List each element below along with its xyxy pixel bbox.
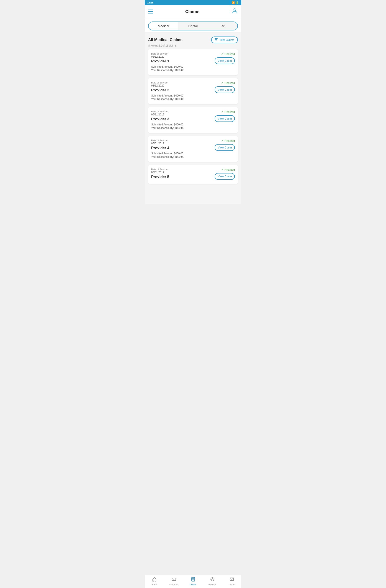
status-label-4: Finalized <box>224 139 235 142</box>
filter-claims-label: Filter Claims <box>219 38 234 42</box>
date-label-5: Date of Service <box>151 168 211 171</box>
status-label-2: Finalized <box>224 82 235 84</box>
finalized-badge-1: ✓ Finalized <box>221 52 235 56</box>
claim-right-3: ✓ Finalized View Claim <box>211 110 235 122</box>
responsibility-2: Your Responsibility: $000.00 <box>151 98 211 101</box>
date-label-3: Date of Service <box>151 110 211 113</box>
view-claim-button-3[interactable]: View Claim <box>215 115 235 122</box>
date-label-2: Date of Service <box>151 81 211 84</box>
date-value-4: 05/01/2019 <box>151 142 211 145</box>
claim-left-5: Date of Service 05/01/2019 Provider 5 <box>151 168 211 181</box>
date-value-2: 03/12/2020 <box>151 84 211 87</box>
check-icon-3: ✓ <box>221 110 223 113</box>
check-icon-1: ✓ <box>221 52 223 56</box>
status-label-1: Finalized <box>224 53 235 56</box>
date-value-1: 03/12/2020 <box>151 55 211 58</box>
responsibility-4: Your Responsibility: $000.00 <box>151 155 211 158</box>
phone-frame: 15:25 📶 🔋 Claims Medical Dental Rx <box>145 0 241 204</box>
submitted-amount-2: Submitted Amount: $000.00 <box>151 94 211 97</box>
check-icon-5: ✓ <box>221 168 223 171</box>
view-claim-button-4[interactable]: View Claim <box>215 144 235 151</box>
finalized-badge-5: ✓ Finalized <box>221 168 235 171</box>
view-claim-button-1[interactable]: View Claim <box>215 57 235 64</box>
date-value-3: 05/11/2019 <box>151 113 211 116</box>
section-title: All Medical Claims <box>148 38 183 42</box>
provider-name-4: Provider 4 <box>151 146 211 150</box>
responsibility-3: Your Responsibility: $000.00 <box>151 126 211 129</box>
provider-name-2: Provider 2 <box>151 88 211 92</box>
claim-right-1: ✓ Finalized View Claim <box>211 52 235 64</box>
status-time: 15:25 <box>147 1 153 4</box>
section-header: All Medical Claims Filter Claims <box>148 37 238 43</box>
claim-card-4: Date of Service 05/01/2019 Provider 4 Su… <box>148 136 238 162</box>
submitted-amount-1: Submitted Amount: $000.00 <box>151 65 211 68</box>
status-label-3: Finalized <box>224 110 235 113</box>
tab-dental[interactable]: Dental <box>178 22 208 30</box>
submitted-amount-4: Submitted Amount: $000.00 <box>151 152 211 155</box>
date-label-4: Date of Service <box>151 139 211 142</box>
claim-card-3: Date of Service 05/11/2019 Provider 3 Su… <box>148 107 238 133</box>
tab-rx[interactable]: Rx <box>208 22 237 30</box>
filter-claims-button[interactable]: Filter Claims <box>211 37 238 43</box>
responsibility-1: Your Responsibility: $000.00 <box>151 69 211 72</box>
provider-name-3: Provider 3 <box>151 117 211 121</box>
check-icon-4: ✓ <box>221 139 223 142</box>
showing-text: Showing 11 of 11 claims <box>148 44 238 47</box>
claim-right-2: ✓ Finalized View Claim <box>211 81 235 93</box>
claim-right-5: ✓ Finalized View Claim <box>211 168 235 180</box>
view-claim-button-5[interactable]: View Claim <box>215 173 235 180</box>
wifi-icon: 📶 <box>232 1 235 4</box>
tab-medical[interactable]: Medical <box>149 22 178 30</box>
svg-point-1 <box>234 8 235 8</box>
claim-left-4: Date of Service 05/01/2019 Provider 4 Su… <box>151 139 211 159</box>
status-label-5: Finalized <box>224 168 235 171</box>
claim-card-1: Date of Service 03/12/2020 Provider 1 Su… <box>148 49 238 75</box>
date-value-5: 05/01/2019 <box>151 171 211 174</box>
view-claim-button-2[interactable]: View Claim <box>215 86 235 93</box>
claim-card-2: Date of Service 03/12/2020 Provider 2 Su… <box>148 78 238 104</box>
status-bar: 15:25 📶 🔋 <box>145 0 241 5</box>
check-icon-2: ✓ <box>221 81 223 84</box>
submitted-amount-3: Submitted Amount: $000.00 <box>151 123 211 126</box>
finalized-badge-2: ✓ Finalized <box>221 81 235 84</box>
claim-left-2: Date of Service 03/12/2020 Provider 2 Su… <box>151 81 211 101</box>
claim-right-4: ✓ Finalized View Claim <box>211 139 235 151</box>
status-icons: 📶 🔋 <box>232 1 239 4</box>
provider-name-1: Provider 1 <box>151 59 211 63</box>
date-label-1: Date of Service <box>151 52 211 55</box>
finalized-badge-3: ✓ Finalized <box>221 110 235 113</box>
claim-left-3: Date of Service 05/11/2019 Provider 3 Su… <box>151 110 211 130</box>
menu-button[interactable] <box>148 9 153 14</box>
battery-icon: 🔋 <box>236 1 239 4</box>
page-title: Claims <box>185 9 200 14</box>
filter-icon <box>215 38 218 42</box>
app-header: Claims <box>145 5 241 18</box>
content-area: All Medical Claims Filter Claims Showing… <box>145 32 241 204</box>
provider-name-5: Provider 5 <box>151 175 211 179</box>
claim-card-5: Date of Service 05/01/2019 Provider 5 ✓ … <box>148 165 238 184</box>
tabs-container: Medical Dental Rx <box>148 21 238 30</box>
finalized-badge-4: ✓ Finalized <box>221 139 235 142</box>
claim-left-1: Date of Service 03/12/2020 Provider 1 Su… <box>151 52 211 72</box>
profile-icon[interactable] <box>232 8 238 15</box>
